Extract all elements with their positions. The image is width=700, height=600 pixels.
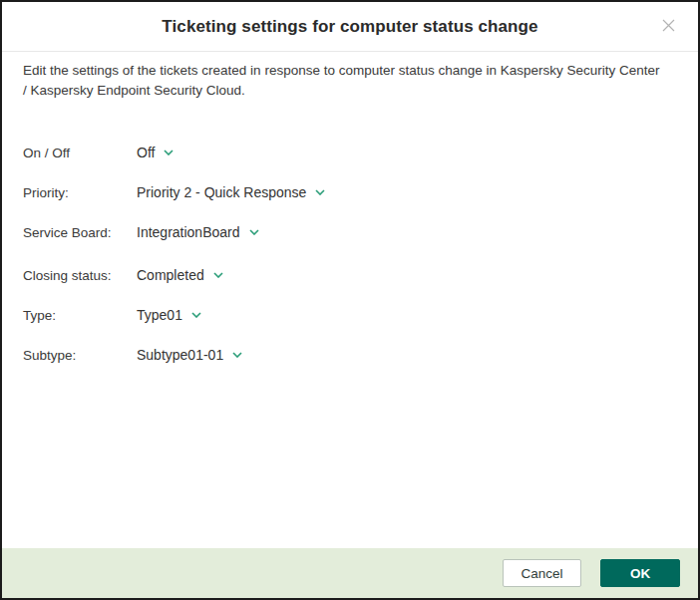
settings-form: On / Off Off Priority: Priority 2 - Quic… <box>23 143 668 365</box>
on-off-label: On / Off <box>23 146 137 160</box>
chevron-down-icon <box>232 352 242 358</box>
subtype-dropdown[interactable]: Subtype01-01 <box>137 347 242 363</box>
chevron-down-icon <box>213 272 223 278</box>
form-row-type: Type: Type01 <box>23 305 668 325</box>
form-row-priority: Priority: Priority 2 - Quick Response <box>23 182 668 202</box>
closing-status-value: Completed <box>137 267 204 283</box>
subtype-value: Subtype01-01 <box>137 347 223 363</box>
on-off-value: Off <box>137 145 155 160</box>
dialog-title: Ticketing settings for computer status c… <box>162 17 537 37</box>
closing-status-dropdown[interactable]: Completed <box>137 267 223 283</box>
close-icon <box>662 19 675 35</box>
chevron-down-icon <box>315 189 325 195</box>
dialog-footer: Cancel OK <box>2 548 698 598</box>
priority-value: Priority 2 - Quick Response <box>137 184 306 200</box>
closing-status-label: Closing status: <box>23 268 137 283</box>
form-row-service-board: Service Board: IntegrationBoard <box>23 222 668 242</box>
cancel-button[interactable]: Cancel <box>503 559 581 587</box>
type-label: Type: <box>23 308 137 323</box>
service-board-value: IntegrationBoard <box>137 224 240 240</box>
type-value: Type01 <box>137 307 182 323</box>
dialog-body: Edit the settings of the tickets created… <box>2 52 698 548</box>
type-dropdown[interactable]: Type01 <box>137 307 201 323</box>
on-off-dropdown[interactable]: Off <box>137 145 174 160</box>
ok-button[interactable]: OK <box>600 559 680 587</box>
chevron-down-icon <box>164 150 174 155</box>
priority-dropdown[interactable]: Priority 2 - Quick Response <box>137 184 325 200</box>
ticketing-settings-dialog: Ticketing settings for computer status c… <box>0 0 700 600</box>
chevron-down-icon <box>249 229 259 235</box>
chevron-down-icon <box>191 312 201 318</box>
form-row-subtype: Subtype: Subtype01-01 <box>23 345 668 365</box>
form-row-closing-status: Closing status: Completed <box>23 265 668 285</box>
form-row-on-off: On / Off Off <box>23 143 668 162</box>
priority-label: Priority: <box>23 185 137 200</box>
close-button[interactable] <box>660 19 676 35</box>
service-board-label: Service Board: <box>23 225 137 240</box>
dialog-header: Ticketing settings for computer status c… <box>2 2 698 52</box>
subtype-label: Subtype: <box>23 348 137 363</box>
dialog-description: Edit the settings of the tickets created… <box>23 61 666 101</box>
service-board-dropdown[interactable]: IntegrationBoard <box>137 224 259 240</box>
